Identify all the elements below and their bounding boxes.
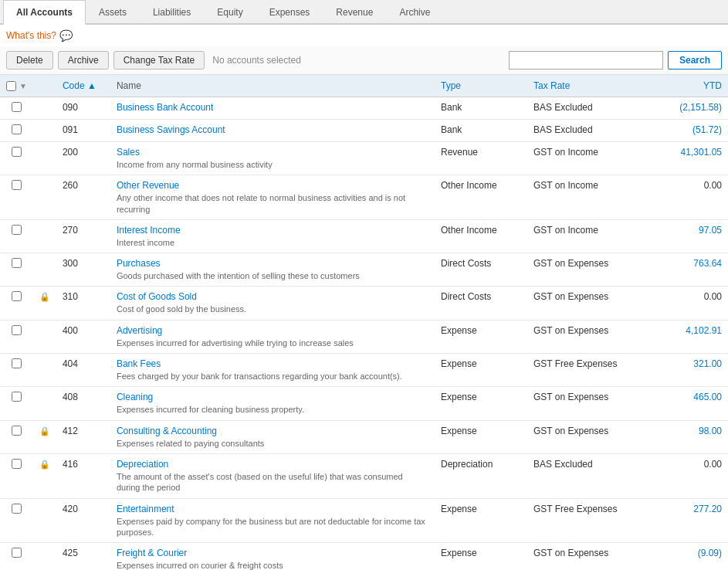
row-checkbox[interactable] — [12, 459, 22, 469]
row-checkbox-cell — [0, 175, 33, 220]
lock-icon: 🔒 — [39, 426, 50, 436]
row-name-link[interactable]: Depreciation — [117, 459, 168, 470]
row-checkbox[interactable] — [12, 258, 22, 268]
row-description: Income from any normal business activity — [117, 159, 428, 170]
row-checkbox[interactable] — [12, 325, 22, 335]
row-description: Expenses related to paying consultants — [117, 438, 428, 449]
row-description: Expenses incurred on courier & freight c… — [117, 560, 428, 570]
row-checkbox[interactable] — [12, 291, 22, 301]
row-code: 408 — [56, 387, 110, 420]
row-code: 412 — [56, 420, 110, 453]
table-row: 425Freight & CourierExpenses incurred on… — [0, 543, 728, 570]
row-type: Expense — [435, 420, 527, 453]
row-ytd: 98.00 — [651, 420, 728, 453]
row-tax-rate: GST on Expenses — [527, 287, 651, 320]
header-type: Type — [435, 75, 527, 97]
row-checkbox[interactable] — [12, 426, 22, 436]
tab-expenses[interactable]: Expenses — [256, 0, 323, 25]
row-checkbox[interactable] — [12, 548, 22, 558]
row-name-link[interactable]: Advertising — [117, 325, 162, 336]
table-row: 091Business Savings AccountBankBAS Exclu… — [0, 120, 728, 142]
row-tax-rate: GST on Expenses — [527, 320, 651, 353]
row-type: Expense — [435, 387, 527, 420]
row-name-link[interactable]: Consulting & Accounting — [117, 426, 217, 436]
row-code: 091 — [56, 120, 110, 142]
row-lock-cell: 🔒 — [33, 287, 56, 320]
row-type: Direct Costs — [435, 253, 527, 287]
change-tax-rate-button[interactable]: Change Tax Rate — [113, 51, 205, 70]
row-checkbox[interactable] — [12, 180, 22, 190]
delete-button[interactable]: Delete — [6, 51, 53, 70]
row-checkbox-cell — [0, 498, 33, 543]
archive-button[interactable]: Archive — [58, 51, 109, 70]
row-tax-rate: GST Free Expenses — [527, 354, 651, 387]
row-checkbox[interactable] — [12, 504, 22, 514]
tab-equity[interactable]: Equity — [204, 0, 256, 25]
tab-liabilities[interactable]: Liabilities — [140, 0, 204, 25]
row-description: Expenses incurred for cleaning business … — [117, 404, 428, 415]
row-lock-cell — [33, 175, 56, 220]
row-name-link[interactable]: Interest Income — [117, 225, 181, 236]
header-ytd-label: YTD — [703, 80, 722, 91]
row-code: 425 — [56, 543, 110, 570]
row-checkbox[interactable] — [12, 147, 22, 157]
table-row: 408CleaningExpenses incurred for cleanin… — [0, 387, 728, 420]
row-name-link[interactable]: Sales — [117, 147, 140, 158]
row-tax-rate: GST on Expenses — [527, 387, 651, 420]
accounts-table-container: ▼ Code ▲ Name Type Tax Rate YTD — [0, 75, 728, 570]
row-lock-cell — [33, 142, 56, 175]
row-name-link[interactable]: Cleaning — [117, 392, 153, 402]
row-name-link[interactable]: Purchases — [117, 258, 161, 269]
row-checkbox[interactable] — [12, 392, 22, 402]
row-type: Bank — [435, 120, 527, 142]
row-name-cell: AdvertisingExpenses incurred for adverti… — [110, 320, 435, 353]
header-ytd: YTD — [651, 75, 728, 97]
tab-assets[interactable]: Assets — [86, 0, 140, 25]
row-description: Interest income — [117, 237, 428, 248]
search-button[interactable]: Search — [668, 51, 722, 70]
header-code[interactable]: Code ▲ — [56, 75, 110, 97]
tab-archive[interactable]: Archive — [386, 0, 443, 25]
table-row: 400AdvertisingExpenses incurred for adve… — [0, 320, 728, 353]
row-tax-rate: GST on Income — [527, 175, 651, 220]
row-tax-rate: GST Free Expenses — [527, 498, 651, 543]
header-type-label: Type — [441, 80, 461, 91]
row-name-link[interactable]: Other Revenue — [117, 180, 179, 191]
row-tax-rate: GST on Expenses — [527, 420, 651, 453]
select-all-checkbox[interactable] — [6, 81, 16, 91]
row-name-link[interactable]: Freight & Courier — [117, 548, 187, 558]
header-select-all[interactable]: ▼ — [0, 75, 33, 97]
row-name-cell: SalesIncome from any normal business act… — [110, 142, 435, 175]
search-input[interactable] — [509, 51, 663, 70]
row-type: Expense — [435, 320, 527, 353]
row-name-link[interactable]: Cost of Goods Sold — [117, 291, 197, 302]
row-tax-rate: BAS Excluded — [527, 453, 651, 498]
row-ytd: 277.20 — [651, 498, 728, 543]
row-description: Fees charged by your bank for transactio… — [117, 371, 428, 382]
row-name-link[interactable]: Entertainment — [117, 504, 174, 514]
row-checkbox-cell — [0, 354, 33, 387]
row-name-link[interactable]: Bank Fees — [117, 358, 161, 369]
row-lock-cell — [33, 120, 56, 142]
row-checkbox-cell — [0, 453, 33, 498]
row-description: The amount of the asset's cost (based on… — [117, 471, 428, 494]
row-name-link[interactable]: Business Bank Account — [117, 102, 213, 113]
row-ytd: 97.05 — [651, 219, 728, 253]
row-code: 200 — [56, 142, 110, 175]
select-all-arrow[interactable]: ▼ — [19, 82, 27, 90]
row-checkbox[interactable] — [12, 358, 22, 368]
whats-this-link[interactable]: What's this? 💬 — [0, 25, 728, 46]
table-header-row: ▼ Code ▲ Name Type Tax Rate YTD — [0, 75, 728, 97]
tab-revenue[interactable]: Revenue — [323, 0, 386, 25]
row-checkbox-cell — [0, 120, 33, 142]
row-name-link[interactable]: Business Savings Account — [117, 124, 225, 135]
row-checkbox[interactable] — [12, 225, 22, 235]
header-lock — [33, 75, 56, 97]
row-checkbox[interactable] — [12, 102, 22, 112]
row-code: 260 — [56, 175, 110, 220]
row-name-cell: Cost of Goods SoldCost of good sold by t… — [110, 287, 435, 320]
row-checkbox[interactable] — [12, 124, 22, 134]
toolbar: Delete Archive Change Tax Rate No accoun… — [0, 46, 728, 75]
tab-all-accounts[interactable]: All Accounts — [3, 0, 86, 25]
row-lock-cell: 🔒 — [33, 420, 56, 453]
